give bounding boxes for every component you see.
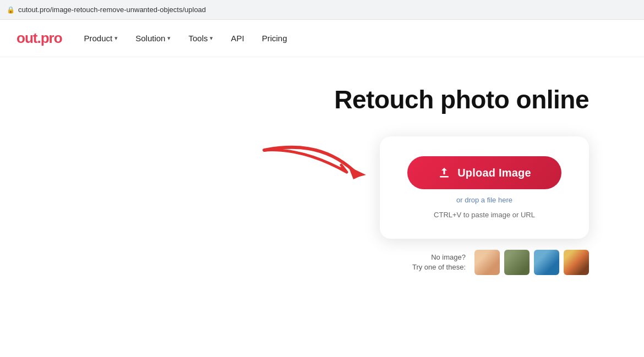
chevron-down-icon: ▾ — [114, 35, 118, 42]
browser-url: cutout.pro/image-retouch-remove-unwanted… — [18, 6, 206, 14]
nav-item-tools[interactable]: Tools ▾ — [188, 34, 213, 43]
upload-image-button[interactable]: Upload Image — [407, 156, 561, 189]
svg-marker-0 — [352, 168, 366, 178]
upload-card: Upload Image or drop a file here CTRL+V … — [380, 136, 589, 239]
sample-image-3[interactable] — [534, 250, 559, 275]
nav-item-api[interactable]: API — [231, 34, 244, 43]
svg-rect-1 — [440, 176, 449, 178]
no-image-text: No image? — [412, 252, 466, 262]
sample-images-row: No image? Try one of these: — [412, 250, 589, 275]
main-content: Retouch photo online — [0, 57, 644, 357]
try-one-text: Try one of these: — [412, 262, 466, 272]
logo[interactable]: out.pro — [17, 30, 62, 47]
nav-label-tools: Tools — [188, 34, 208, 43]
sample-image-4[interactable] — [564, 250, 589, 275]
nav-label-pricing: Pricing — [262, 34, 287, 43]
chevron-down-icon: ▾ — [167, 35, 171, 42]
paste-text: CTRL+V to paste image or URL — [434, 211, 535, 219]
upload-button-label: Upload Image — [457, 167, 531, 179]
nav-item-product[interactable]: Product ▾ — [84, 34, 118, 43]
lock-icon: 🔒 — [7, 6, 15, 14]
nav-item-pricing[interactable]: Pricing — [262, 34, 287, 43]
drop-file-text: or drop a file here — [456, 196, 512, 204]
nav-label-api: API — [231, 34, 244, 43]
chevron-down-icon: ▾ — [210, 35, 213, 42]
browser-bar: 🔒 cutout.pro/image-retouch-remove-unwant… — [0, 0, 644, 20]
logo-text: out.pro — [17, 30, 62, 46]
sample-image-2[interactable] — [504, 250, 530, 275]
upload-icon — [438, 166, 451, 179]
upload-section: Upload Image or drop a file here CTRL+V … — [380, 136, 589, 239]
nav-label-product: Product — [84, 34, 113, 43]
nav-label-solution: Solution — [135, 34, 165, 43]
arrow-container — [259, 142, 369, 186]
sample-image-1[interactable] — [474, 250, 500, 275]
page-title: Retouch photo online — [334, 85, 589, 114]
nav-item-solution[interactable]: Solution ▾ — [135, 34, 171, 43]
sample-label: No image? Try one of these: — [412, 252, 466, 272]
arrow-icon — [259, 142, 374, 186]
upload-svg-icon — [438, 166, 451, 179]
nav-links: Product ▾ Solution ▾ Tools ▾ API Pricing — [84, 34, 287, 43]
navbar: out.pro Product ▾ Solution ▾ Tools ▾ API… — [0, 20, 644, 57]
